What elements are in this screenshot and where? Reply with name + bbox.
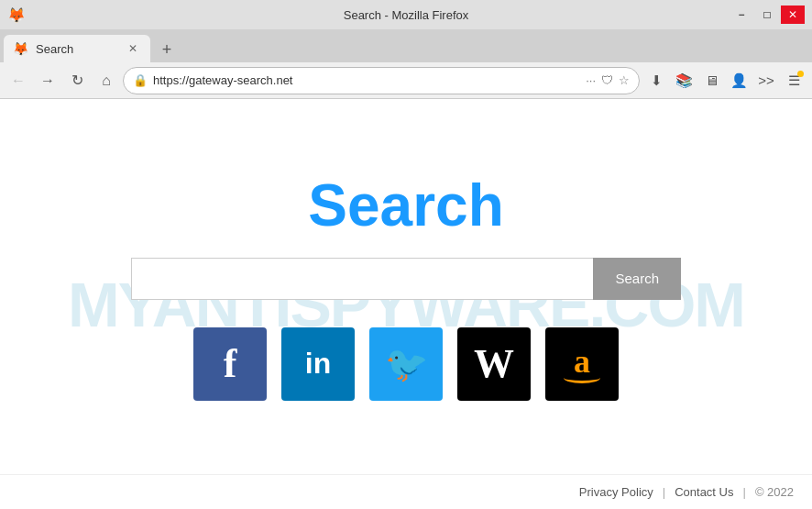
- page-content: MYANTISPYWARE.COM Search Search f in 🐦: [0, 99, 812, 509]
- twitter-link[interactable]: 🐦: [369, 327, 443, 401]
- firefox-logo-icon: 🦊: [7, 6, 26, 24]
- contact-us-link[interactable]: Contact Us: [675, 485, 733, 499]
- wikipedia-icon: W: [474, 340, 514, 387]
- browser-chrome: 🦊 Search - Mozilla Firefox − □ ✕ 🦊 Searc…: [0, 0, 812, 99]
- bookmark-icon[interactable]: ☆: [619, 73, 630, 87]
- library-icon[interactable]: 📚: [671, 68, 697, 94]
- nav-right-icons: ⬇ 📚 🖥 👤 >> ☰: [643, 68, 807, 94]
- tab-bar: 🦊 Search ✕ +: [0, 29, 812, 62]
- active-tab[interactable]: 🦊 Search ✕: [4, 35, 150, 62]
- extensions-icon[interactable]: >>: [753, 68, 779, 94]
- facebook-link[interactable]: f: [193, 327, 267, 401]
- window-title: Search - Mozilla Firefox: [344, 8, 469, 22]
- refresh-button[interactable]: ↻: [64, 68, 90, 94]
- downloads-icon[interactable]: ⬇: [643, 68, 669, 94]
- home-button[interactable]: ⌂: [93, 68, 119, 94]
- privacy-policy-link[interactable]: Privacy Policy: [579, 485, 653, 499]
- minimize-button[interactable]: −: [730, 6, 753, 24]
- linkedin-icon: in: [305, 347, 331, 381]
- forward-button[interactable]: →: [35, 68, 60, 94]
- pocket-icon[interactable]: 🛡: [601, 73, 613, 87]
- linkedin-link[interactable]: in: [281, 327, 355, 401]
- amazon-smile-arc: [564, 372, 600, 383]
- more-options-icon[interactable]: ···: [586, 73, 596, 87]
- address-bar[interactable]: 🔒 https://gateway-search.net ··· 🛡 ☆: [123, 67, 640, 94]
- tab-close-button[interactable]: ✕: [125, 40, 141, 57]
- social-icons: f in 🐦 W a: [193, 327, 619, 401]
- content-center: Search Search f in 🐦 W: [131, 172, 681, 401]
- footer-separator-1: |: [663, 485, 665, 499]
- copyright-text: © 2022: [755, 485, 794, 499]
- page-footer: Privacy Policy | Contact Us | © 2022: [0, 474, 812, 509]
- menu-button[interactable]: ☰: [781, 68, 807, 94]
- new-tab-button[interactable]: +: [154, 37, 180, 62]
- page-title: Search: [308, 172, 503, 239]
- nav-bar: ← → ↻ ⌂ 🔒 https://gateway-search.net ···…: [0, 62, 812, 99]
- synced-tabs-icon[interactable]: 🖥: [698, 68, 724, 94]
- close-button[interactable]: ✕: [781, 6, 805, 24]
- tab-favicon-icon: 🦊: [13, 41, 28, 56]
- address-bar-icons: ··· 🛡 ☆: [586, 73, 630, 87]
- maximize-button[interactable]: □: [755, 6, 779, 24]
- facebook-icon: f: [224, 340, 237, 387]
- amazon-link[interactable]: a: [545, 327, 619, 401]
- back-button[interactable]: ←: [5, 68, 31, 94]
- title-bar: 🦊 Search - Mozilla Firefox − □ ✕: [0, 0, 812, 29]
- search-input[interactable]: [131, 258, 593, 300]
- search-button[interactable]: Search: [593, 258, 681, 300]
- wikipedia-link[interactable]: W: [457, 327, 531, 401]
- firefox-account-icon[interactable]: 👤: [726, 68, 752, 94]
- title-bar-left: 🦊: [7, 6, 26, 24]
- window-controls: − □ ✕: [730, 6, 805, 24]
- security-icon: 🔒: [133, 73, 148, 87]
- amazon-icon: a: [564, 345, 600, 383]
- search-bar-container: Search: [131, 258, 681, 300]
- url-display: https://gateway-search.net: [153, 73, 580, 87]
- twitter-icon: 🐦: [385, 344, 428, 384]
- footer-separator-2: |: [742, 485, 745, 499]
- tab-label: Search: [36, 42, 117, 56]
